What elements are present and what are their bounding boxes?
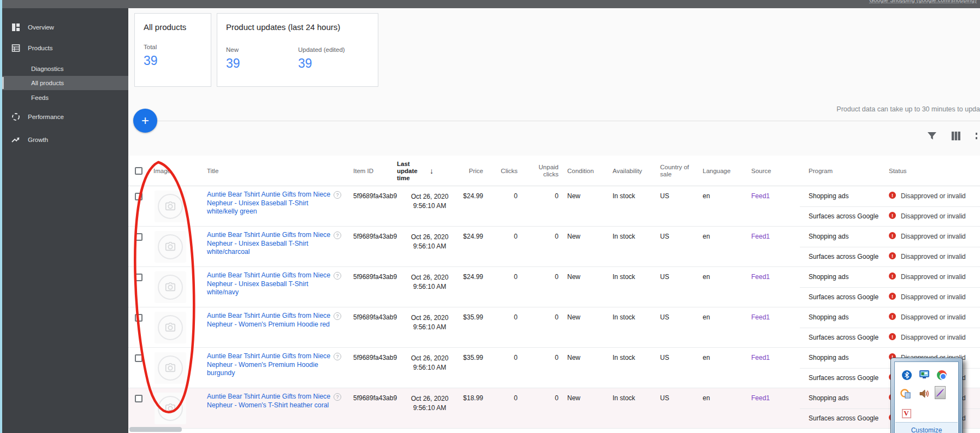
- language: en: [703, 394, 710, 402]
- sidebar-item-feeds[interactable]: Feeds: [0, 91, 128, 105]
- help-icon[interactable]: [334, 232, 341, 239]
- card-title: Product updates (last 24 hours): [226, 22, 369, 32]
- header-title[interactable]: Title: [207, 156, 218, 186]
- product-title-link[interactable]: Auntie Bear Tshirt Auntie Gifts from Nie…: [207, 352, 330, 378]
- columns-icon[interactable]: [951, 131, 961, 141]
- header-country[interactable]: Country of sale: [660, 156, 692, 186]
- system-tray-popup: V Customize: [890, 358, 963, 433]
- header-unpaid-clicks[interactable]: Unpaid clicks: [527, 156, 559, 186]
- chrome-icon[interactable]: [936, 370, 947, 381]
- screen-edge-strip: [0, 0, 2, 433]
- performance-icon: [11, 112, 20, 121]
- program-shopping-ads: Shopping ads: [809, 233, 848, 240]
- volume-icon[interactable]: [919, 388, 930, 399]
- total-label: Total: [144, 44, 202, 50]
- customize-link[interactable]: Customize: [911, 426, 942, 433]
- app-window: Google Shopping (google.com/shopping) Ov…: [0, 0, 980, 433]
- condition: New: [567, 192, 580, 200]
- antivirus-v-icon[interactable]: V: [901, 408, 912, 419]
- header-program[interactable]: Program: [809, 156, 833, 186]
- product-title-link[interactable]: Auntie Bear Tshirt Auntie Gifts from Nie…: [207, 231, 330, 257]
- growth-icon: [11, 135, 20, 144]
- product-title-link[interactable]: Auntie Bear Tshirt Auntie Gifts from Nie…: [207, 312, 330, 329]
- condition: New: [567, 273, 580, 281]
- status-text: Disapproved or invalid: [901, 212, 966, 220]
- country-of-sale: US: [660, 394, 669, 402]
- new-value: 39: [226, 56, 240, 71]
- product-title-link[interactable]: Auntie Bear Tshirt Auntie Gifts from Nie…: [207, 393, 330, 410]
- row-checkbox[interactable]: [135, 233, 142, 241]
- program-surfaces: Surfaces across Google: [809, 293, 878, 301]
- help-icon[interactable]: [334, 353, 341, 360]
- availability: In stock: [613, 394, 635, 402]
- table-row: Auntie Bear Tshirt Auntie Gifts from Nie…: [128, 227, 980, 267]
- product-title-link[interactable]: Auntie Bear Tshirt Auntie Gifts from Nie…: [207, 191, 330, 216]
- header-language[interactable]: Language: [703, 156, 730, 186]
- program-surfaces: Surfaces across Google: [809, 374, 878, 382]
- country-of-sale: US: [660, 233, 669, 240]
- new-label: New: [226, 46, 240, 53]
- sidebar-item-performance[interactable]: Performance: [0, 110, 128, 124]
- program-surfaces: Surfaces across Google: [809, 414, 878, 422]
- help-icon[interactable]: [334, 272, 341, 280]
- display-settings-icon[interactable]: [919, 369, 930, 380]
- source-link[interactable]: Feed1: [751, 354, 770, 361]
- update-time: 9:56:10 AM: [403, 242, 456, 251]
- header-condition[interactable]: Condition: [567, 156, 594, 186]
- help-icon[interactable]: [334, 393, 341, 401]
- row-checkbox[interactable]: [135, 274, 142, 281]
- header-clicks[interactable]: Clicks: [486, 156, 518, 186]
- row-checkbox[interactable]: [135, 354, 142, 362]
- windows-update-icon[interactable]: [900, 388, 911, 399]
- source-link[interactable]: Feed1: [751, 313, 770, 321]
- table-body: Auntie Bear Tshirt Auntie Gifts from Nie…: [128, 186, 980, 433]
- status-text: Disapproved or invalid: [901, 293, 966, 301]
- bluetooth-icon[interactable]: [901, 370, 912, 381]
- sub-row-divider: [800, 206, 980, 207]
- unpaid-clicks: 0: [527, 192, 559, 200]
- sort-desc-icon[interactable]: ↓: [430, 156, 433, 186]
- program-shopping-ads: Shopping ads: [809, 354, 848, 361]
- updated-label: Updated (edited): [298, 46, 345, 53]
- product-title-link[interactable]: Auntie Bear Tshirt Auntie Gifts from Nie…: [207, 271, 330, 297]
- select-all-checkbox[interactable]: [135, 167, 142, 175]
- row-checkbox[interactable]: [135, 395, 142, 402]
- horizontal-scrollbar-thumb[interactable]: [129, 427, 182, 432]
- add-product-button[interactable]: +: [133, 109, 157, 133]
- source-link[interactable]: Feed1: [751, 192, 770, 200]
- item-id: 5f9689fa43ab9: [353, 233, 405, 240]
- source-link[interactable]: Feed1: [751, 394, 770, 402]
- language: en: [703, 313, 710, 321]
- header-availability[interactable]: Availability: [613, 156, 642, 186]
- status-text: Disapproved or invalid: [901, 192, 966, 200]
- image-placeholder-icon: [158, 194, 183, 219]
- clicks: 0: [486, 354, 518, 361]
- header-image[interactable]: Image: [153, 156, 171, 186]
- header-last-update[interactable]: Last update time: [397, 156, 423, 186]
- header-price[interactable]: Price: [442, 156, 483, 186]
- source-link[interactable]: Feed1: [751, 273, 770, 281]
- sidebar-item-growth[interactable]: Growth: [0, 133, 128, 147]
- sidebar-item-all-products[interactable]: All products: [0, 76, 128, 90]
- header-status[interactable]: Status: [889, 156, 907, 186]
- header-item-id[interactable]: Item ID: [353, 156, 373, 186]
- price: $18.99: [442, 394, 483, 402]
- row-checkbox[interactable]: [135, 193, 142, 200]
- sidebar-item-label: All products: [31, 80, 64, 86]
- header-source[interactable]: Source: [751, 156, 771, 186]
- help-icon[interactable]: [334, 312, 341, 320]
- sidebar-item-label: Overview: [28, 24, 54, 31]
- sidebar-item-diagnostics[interactable]: Diagnostics: [0, 62, 128, 76]
- table-row: Auntie Bear Tshirt Auntie Gifts from Nie…: [128, 429, 980, 433]
- feather-pen-icon[interactable]: [935, 387, 946, 398]
- source-link[interactable]: Feed1: [751, 233, 770, 240]
- help-icon[interactable]: [334, 191, 341, 199]
- product-image-placeholder: [155, 393, 186, 424]
- total-value: 39: [144, 54, 202, 68]
- sidebar-item-overview[interactable]: Overview: [0, 20, 128, 34]
- filter-icon[interactable]: [926, 131, 937, 141]
- clipped-toolbar-icon[interactable]: [976, 131, 980, 141]
- unpaid-clicks: 0: [527, 233, 559, 240]
- row-checkbox[interactable]: [135, 314, 142, 322]
- sidebar-item-products[interactable]: Products: [0, 41, 128, 55]
